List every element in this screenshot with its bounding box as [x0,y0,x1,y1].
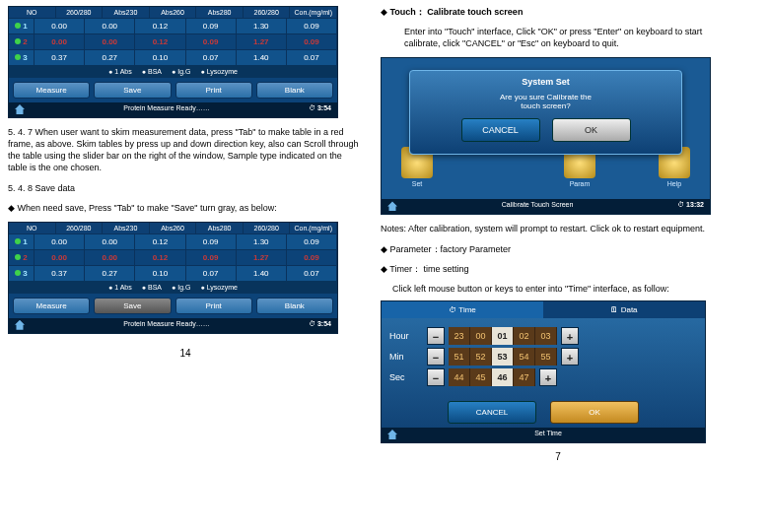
save-button-selected[interactable]: Save [94,298,171,314]
plus-button[interactable]: + [539,368,557,386]
para-timer-detail: Click left mouse button or keys to enter… [381,283,735,295]
time-cancel-button[interactable]: CANCEL [448,401,536,424]
blank-button[interactable]: Blank [256,82,333,99]
heading-touch: Touch： Calibrate touch screen [381,6,735,18]
page-number-left: 14 [8,348,363,359]
ok-button[interactable]: OK [552,118,631,142]
plus-button[interactable]: + [561,348,579,366]
para-touch: Enter into "Touch" interface, Click "OK"… [381,26,735,49]
minus-button[interactable]: − [427,348,445,366]
para-548: When need save, Press "Tab" to make "Sav… [8,202,363,214]
device-screenshot-top: NO260/280Abs230Abs260Abs280260/280Con.(m… [8,6,338,118]
measure-button[interactable]: Measure [13,298,90,314]
blank-button[interactable]: Blank [256,298,333,314]
tab-data[interactable]: 🗓 Data [543,301,705,318]
save-button[interactable]: Save [94,82,171,99]
time-ok-button[interactable]: OK [550,401,639,424]
home-icon [387,430,397,439]
para-timer: Timer： time setting [381,263,735,275]
minus-button[interactable]: − [427,327,445,345]
heading-548: 5. 4. 8 Save data [8,182,363,194]
print-button[interactable]: Print [175,82,252,99]
page-number-right: 7 [381,451,735,462]
dialog-title: System Set [414,75,677,89]
plus-button[interactable]: + [561,327,579,345]
device-time-panel: ⏱ Time 🗓 Data Hour−2300010203+Min−515253… [381,300,706,443]
device-system-set: Set Param Help System Set Are you sure C… [381,57,711,215]
para-547: 5. 4. 7 When user want to skim measureme… [8,126,363,174]
measure-button[interactable]: Measure [13,82,90,99]
home-icon [387,201,397,211]
minus-button[interactable]: − [427,368,445,386]
home-icon [15,104,25,114]
tab-time[interactable]: ⏱ Time [382,301,543,318]
print-button[interactable]: Print [175,298,252,314]
para-notes: Notes: After calibration, system will pr… [381,223,735,234]
para-parameter: Parameter：factory Parameter [381,243,735,255]
home-icon [15,320,25,330]
confirm-dialog: System Set Are you sure Calibrate thetou… [409,70,682,155]
device-screenshot-bottom: NO260/280Abs230Abs260Abs280260/280Con.(m… [8,222,338,334]
cancel-button[interactable]: CANCEL [461,118,540,142]
